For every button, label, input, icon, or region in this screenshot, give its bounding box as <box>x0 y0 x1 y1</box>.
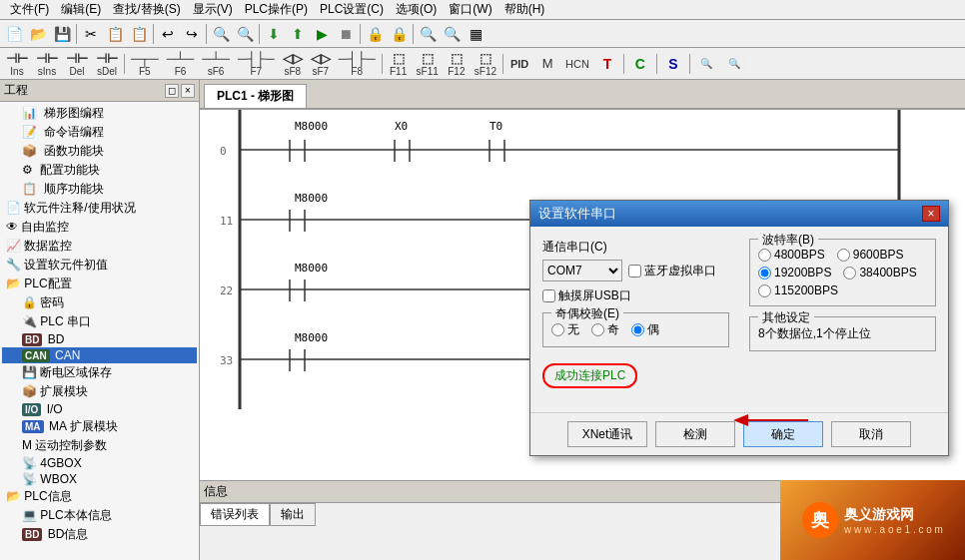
tb-lock2[interactable]: 🔒 <box>388 23 410 45</box>
baud-9600[interactable]: 9600BPS <box>837 248 904 262</box>
left-panel-float[interactable]: ◻ <box>165 84 179 98</box>
tb2-sf7[interactable]: ◁▷sF7 <box>307 50 335 78</box>
tb-run[interactable]: ▶ <box>311 23 333 45</box>
tb2-zoom-out[interactable]: 🔍 <box>720 50 748 78</box>
baud-4800[interactable]: 4800BPS <box>758 248 825 262</box>
parity-even-radio[interactable] <box>631 323 644 336</box>
tb2-sf6[interactable]: ─┴─sF6 <box>198 50 234 78</box>
baud-9600-radio[interactable] <box>837 249 850 262</box>
tb-copy[interactable]: 📋 <box>104 23 126 45</box>
tree-item-comment[interactable]: 📄 软元件注释/使用状况 <box>2 199 197 218</box>
tree-item-io[interactable]: I/O I/O <box>2 401 197 417</box>
tree-item-config-block[interactable]: ⚙ 配置功能块 <box>2 161 197 180</box>
menu-plc-op[interactable]: PLC操作(P) <box>239 0 314 19</box>
tb2-f5[interactable]: ─┬─F5 <box>127 50 163 78</box>
left-panel-close[interactable]: × <box>181 84 195 98</box>
tb-paste[interactable]: 📋 <box>128 23 150 45</box>
parity-even[interactable]: 偶 <box>631 321 659 338</box>
tb2-zoom-in[interactable]: 🔍 <box>692 50 720 78</box>
menu-help[interactable]: 帮助(H) <box>498 0 551 19</box>
tb-zoom-in[interactable]: 🔍 <box>417 23 439 45</box>
menu-view[interactable]: 显示(V) <box>187 0 239 19</box>
tb2-pid[interactable]: PID <box>505 50 533 78</box>
dialog-close-btn[interactable]: × <box>922 206 940 222</box>
tb2-m[interactable]: M <box>533 50 561 78</box>
tb2-c[interactable]: C <box>626 50 654 78</box>
baud-38400[interactable]: 38400BPS <box>843 266 916 280</box>
parity-odd-radio[interactable] <box>591 323 604 336</box>
baud-19200-radio[interactable] <box>758 267 771 280</box>
tb2-t[interactable]: T <box>593 50 621 78</box>
tb2-f12[interactable]: ⬚F12 <box>443 50 471 78</box>
tree-item-wbox[interactable]: 📡 WBOX <box>2 471 197 487</box>
menu-window[interactable]: 窗口(W) <box>443 0 497 19</box>
menu-edit[interactable]: 编辑(E) <box>55 0 107 19</box>
tb2-sdel[interactable]: ⊣⊢sDel <box>92 50 122 78</box>
tb2-f7[interactable]: ─┤├─F7 <box>234 50 279 78</box>
tb2-sins[interactable]: ⊣⊢sIns <box>32 50 62 78</box>
tb2-s[interactable]: S <box>659 50 687 78</box>
tb2-f6[interactable]: ─┴─F6 <box>163 50 199 78</box>
tb-new[interactable]: 📄 <box>3 23 25 45</box>
menu-options[interactable]: 选项(O) <box>390 0 443 19</box>
tb2-hcn[interactable]: HCN <box>561 50 593 78</box>
tb-up[interactable]: ⬆ <box>287 23 309 45</box>
tb-stop[interactable]: ⏹ <box>335 23 357 45</box>
xnet-btn[interactable]: XNet通讯 <box>567 421 647 447</box>
tb2-sf11[interactable]: ⬚sF11 <box>413 50 443 78</box>
tree-item-password[interactable]: 🔒 密码 <box>2 293 197 312</box>
tree-item-ma[interactable]: MA MA 扩展模块 <box>2 417 197 436</box>
tree-item-plc-config[interactable]: 📂 PLC配置 <box>2 275 197 293</box>
tb2-f11[interactable]: ⬚F11 <box>385 50 413 78</box>
tb2-sf12[interactable]: ⬚sF12 <box>471 50 500 78</box>
tb-save[interactable]: 💾 <box>51 23 73 45</box>
tree-item-motion[interactable]: M 运动控制参数 <box>2 436 197 455</box>
tb2-ins[interactable]: ⊣⊢Ins <box>2 50 32 78</box>
tree-item-can[interactable]: CAN CAN <box>2 347 197 363</box>
tb-zoom-out[interactable]: 🔍 <box>441 23 463 45</box>
baud-38400-radio[interactable] <box>843 267 856 280</box>
tree-item-4gbox[interactable]: 📡 4GBOX <box>2 455 197 471</box>
tab-ladder[interactable]: PLC1 - 梯形图 <box>204 84 307 108</box>
bottom-tab-errors[interactable]: 错误列表 <box>200 503 270 526</box>
tree-item-data-monitor[interactable]: 📈 数据监控 <box>2 237 197 256</box>
parity-none[interactable]: 无 <box>551 321 579 338</box>
tree-item-ladder[interactable]: 📊 梯形图编程 <box>2 104 197 123</box>
tree-item-bd-info[interactable]: BD BD信息 <box>2 525 197 544</box>
touchscreen-checkbox[interactable] <box>542 289 555 302</box>
bottom-tab-output[interactable]: 输出 <box>270 503 316 526</box>
tb2-f8[interactable]: ─┤├─F8 <box>335 50 380 78</box>
baud-115200[interactable]: 115200BPS <box>758 283 838 297</box>
tb-grid[interactable]: ▦ <box>465 23 486 45</box>
menu-file[interactable]: 文件(F) <box>4 0 55 19</box>
tree-item-expand-module[interactable]: 📦 扩展模块 <box>2 382 197 401</box>
comm-port-select[interactable]: COM7 <box>542 260 622 281</box>
baud-19200[interactable]: 19200BPS <box>758 266 831 280</box>
tree-item-seq-block[interactable]: 📋 顺序功能块 <box>2 180 197 199</box>
detect-btn[interactable]: 检测 <box>655 421 735 447</box>
tree-item-plc-serial[interactable]: 🔌 PLC 串口 <box>2 312 197 331</box>
tree-item-monitor[interactable]: 👁 自由监控 <box>2 218 197 237</box>
menu-find[interactable]: 查找/替换(S) <box>107 0 186 19</box>
tree-item-command[interactable]: 📝 命令语编程 <box>2 123 197 142</box>
tb-find2[interactable]: 🔍 <box>234 23 256 45</box>
tree-item-bd[interactable]: BD BD <box>2 331 197 347</box>
tb-open[interactable]: 📂 <box>27 23 49 45</box>
tb-undo[interactable]: ↩ <box>157 23 179 45</box>
tree-item-init-val[interactable]: 🔧 设置软元件初值 <box>2 256 197 275</box>
baud-4800-radio[interactable] <box>758 249 771 262</box>
tb-redo[interactable]: ↪ <box>181 23 203 45</box>
tree-item-func-block[interactable]: 📦 函数功能块 <box>2 142 197 161</box>
tree-item-plc-info[interactable]: 📂 PLC信息 <box>2 487 197 506</box>
tb-find[interactable]: 🔍 <box>210 23 232 45</box>
tb-lock[interactable]: 🔒 <box>364 23 386 45</box>
tb2-sf8[interactable]: ◁▷sF8 <box>279 50 307 78</box>
tb2-del[interactable]: ⊣⊢Del <box>62 50 92 78</box>
parity-none-radio[interactable] <box>551 323 564 336</box>
menu-plc-set[interactable]: PLC设置(C) <box>314 0 390 19</box>
parity-odd[interactable]: 奇 <box>591 321 619 338</box>
tb-down[interactable]: ⬇ <box>263 23 285 45</box>
tree-item-power-save[interactable]: 💾 断电区域保存 <box>2 363 197 382</box>
bluetooth-checkbox[interactable] <box>628 265 641 278</box>
tb-cut[interactable]: ✂ <box>80 23 102 45</box>
